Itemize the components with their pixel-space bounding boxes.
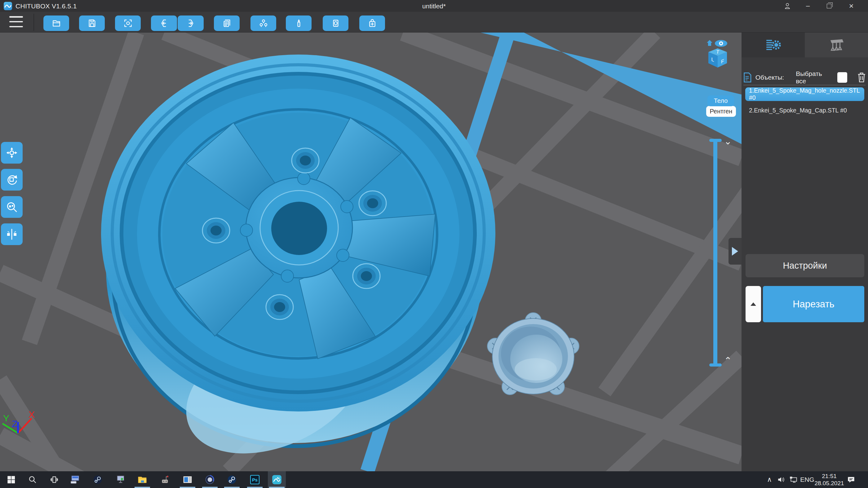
chevron-up-icon[interactable]: ⌃ <box>722 357 734 364</box>
tab-object-settings[interactable] <box>742 33 805 57</box>
steam-library-icon[interactable] <box>225 473 239 486</box>
running-indicator <box>224 487 240 488</box>
settings-button[interactable]: Настройки <box>746 254 864 277</box>
document-title: untitled* <box>0 2 868 10</box>
layer-slider[interactable] <box>713 140 717 365</box>
menu-button[interactable] <box>9 16 23 27</box>
running-indicator <box>134 487 150 488</box>
eye-icon <box>715 40 727 47</box>
chevron-down-icon[interactable]: ⌄ <box>722 137 734 145</box>
running-indicator <box>247 487 262 488</box>
objects-label: Объекты: <box>755 74 784 81</box>
running-indicator <box>180 487 195 488</box>
viewport-3d[interactable] <box>0 33 742 471</box>
scale-tool-button[interactable] <box>1 196 23 218</box>
tray-time: 21:51 <box>822 473 837 480</box>
running-indicator <box>202 487 218 488</box>
screenshot-button[interactable] <box>115 15 141 31</box>
remote-pc-icon[interactable] <box>68 473 82 486</box>
toolbar-separator <box>33 13 34 31</box>
view-mode-body-button[interactable]: Тело <box>707 95 734 106</box>
taskbar <box>0 471 868 488</box>
separator <box>743 85 866 85</box>
tray-chevron-icon[interactable]: ∧ <box>763 471 776 488</box>
tab-supports[interactable] <box>805 33 868 57</box>
dig-hole-button[interactable] <box>286 15 312 31</box>
start-button[interactable] <box>4 473 18 486</box>
volume-icon[interactable] <box>775 471 787 488</box>
clock[interactable]: 21:51 28.05.2021 <box>815 471 843 488</box>
orientation-cube: T L F <box>708 48 727 68</box>
minimize-button[interactable]: – <box>799 0 816 12</box>
file-explorer-icon[interactable] <box>135 473 149 486</box>
objects-header-row: Объекты: Выбрать все <box>743 71 866 84</box>
trash-icon[interactable] <box>857 72 866 83</box>
wheel-model[interactable] <box>101 55 495 471</box>
supports-icon <box>827 38 845 52</box>
user-account-icon[interactable] <box>779 0 796 12</box>
build-plate-scene <box>0 33 742 471</box>
view-cube[interactable]: T L F <box>704 39 732 70</box>
svg-text:Ps: Ps <box>252 478 258 482</box>
notification-center-icon[interactable] <box>844 471 858 488</box>
axis-z-label: Z <box>12 419 18 429</box>
tray-date: 28.05.2021 <box>814 480 844 487</box>
rotate-tool-button[interactable] <box>1 169 23 191</box>
hollow-button[interactable] <box>250 15 276 31</box>
teamviewer-icon[interactable] <box>114 473 127 486</box>
settings-list-icon <box>765 39 781 51</box>
task-view-icon[interactable] <box>48 473 61 486</box>
chitubox-taskbar-icon[interactable] <box>270 473 284 486</box>
obs-studio-icon[interactable] <box>203 473 217 486</box>
slice-options-stepper[interactable] <box>746 286 761 322</box>
undo-button[interactable] <box>151 15 177 31</box>
axis-x-label: X <box>29 409 35 420</box>
svg-text:L: L <box>711 56 714 63</box>
repair-button[interactable] <box>359 15 385 31</box>
move-tool-button[interactable] <box>1 142 23 164</box>
restore-button[interactable] <box>820 0 838 12</box>
axis-gizmo: Y X Z <box>0 409 46 449</box>
save-file-button[interactable] <box>79 15 105 31</box>
punch-hole-button[interactable] <box>323 15 348 31</box>
language-indicator[interactable]: ENG <box>799 471 815 488</box>
select-all-checkbox[interactable] <box>837 72 847 83</box>
redo-button[interactable] <box>178 15 204 31</box>
photoshop-icon[interactable]: Ps <box>248 473 261 486</box>
media-app-icon[interactable] <box>181 473 194 486</box>
steam-icon[interactable] <box>91 473 104 486</box>
running-indicator <box>269 487 285 488</box>
object-list-item[interactable]: 2.Enkei_5_Spoke_Mag_Cap.STL #0 <box>749 105 866 115</box>
triangle-right-icon <box>732 247 738 256</box>
slice-button[interactable]: Нарезать <box>763 286 864 322</box>
app-window: CHITUBOX V1.6.5.1 untitled* – × <box>0 0 868 488</box>
mirror-tool-button[interactable] <box>1 223 23 245</box>
close-button[interactable]: × <box>843 0 860 12</box>
network-icon[interactable] <box>787 471 800 488</box>
open-file-button[interactable] <box>43 15 69 31</box>
game-controller-icon[interactable] <box>158 473 172 486</box>
clone-button[interactable] <box>214 15 240 31</box>
home-view-icon <box>707 40 712 46</box>
document-icon <box>743 72 752 83</box>
view-mode-xray-button[interactable]: Рентген <box>706 106 736 117</box>
slider-bottom-cap[interactable] <box>709 363 722 366</box>
axis-y-label: Y <box>3 413 9 423</box>
select-all-label: Выбрать все <box>796 70 832 85</box>
triangle-up-icon <box>750 302 756 306</box>
panel-collapse-button[interactable] <box>728 238 742 265</box>
search-icon[interactable] <box>26 473 39 486</box>
object-list-item-selected[interactable]: 1.Enkei_5_Spoke_Mag_hole_nozzle.STL #0 <box>745 87 864 101</box>
